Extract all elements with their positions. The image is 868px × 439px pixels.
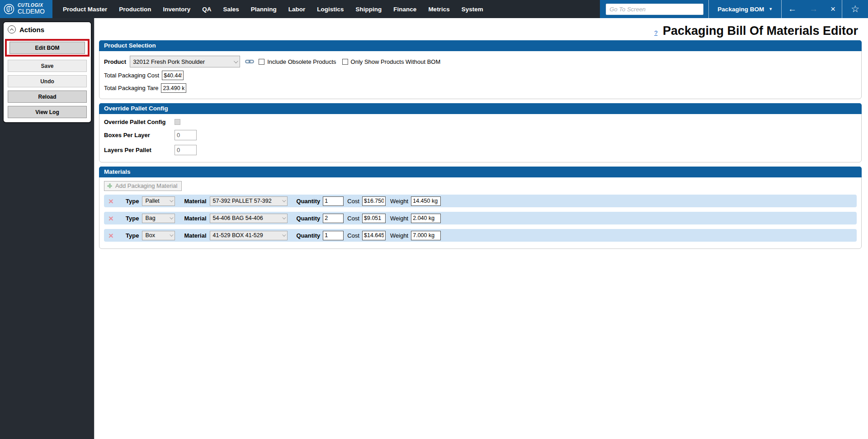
collapse-chevron-up-icon[interactable] [8, 25, 16, 33]
override-pallet-config-checkbox [175, 119, 180, 125]
cost-input[interactable] [362, 214, 386, 223]
screen-selector-dropdown[interactable]: Packaging BOM ▼ [709, 6, 781, 13]
product-selection-header: Product Selection [99, 40, 862, 51]
chevron-down-icon [282, 198, 286, 202]
view-log-button[interactable]: View Log [8, 106, 87, 118]
app-logo: CUTLOGIX CLDEMO [0, 0, 52, 18]
total-packaging-cost-input[interactable] [162, 71, 184, 80]
favorite-star-icon[interactable]: ☆ [842, 0, 868, 18]
boxes-per-layer-input [175, 130, 197, 140]
quantity-input[interactable] [323, 214, 344, 223]
menu-item-inventory[interactable]: Inventory [157, 6, 197, 13]
save-button: Save [8, 60, 87, 72]
environment-name: CLDEMO [18, 8, 45, 15]
cost-input[interactable] [362, 196, 386, 206]
forward-arrow-icon: → [803, 0, 824, 18]
material-row: × Type Box Material 41-529 BOX 41-529 Qu… [104, 229, 857, 242]
only-without-bom-label: Only Show Products Without BOM [351, 58, 441, 65]
menu-item-product-master[interactable]: Product Master [57, 6, 113, 13]
actions-panel: Actions Edit BOM Save Undo Reload View L… [3, 21, 92, 123]
material-row: × Type Pallet Material 57-392 PALLET 57-… [104, 195, 857, 207]
weight-input[interactable] [411, 196, 441, 206]
override-pallet-config-header: Override Pallet Config [99, 103, 862, 114]
type-select[interactable]: Bag [142, 214, 175, 223]
type-select[interactable]: Box [142, 231, 175, 240]
link-icon[interactable] [245, 59, 254, 64]
weight-label: Weight [390, 198, 408, 205]
goto-screen-input[interactable] [606, 4, 703, 15]
menu-item-shipping[interactable]: Shipping [350, 6, 388, 13]
plus-icon [107, 183, 112, 188]
edit-bom-highlight: Edit BOM [5, 39, 90, 57]
weight-input[interactable] [411, 214, 441, 223]
material-select[interactable]: 41-529 BOX 41-529 [210, 231, 288, 240]
layers-per-pallet-label: Layers Per Pallet [104, 147, 175, 153]
materials-header: Materials [99, 167, 862, 177]
actions-title: Actions [19, 26, 44, 33]
type-select-value: Pallet [145, 198, 159, 204]
product-selection-section: Product Selection Product 32012 Fresh Po… [99, 40, 862, 99]
weight-label: Weight [390, 215, 408, 222]
type-select[interactable]: Pallet [142, 196, 175, 206]
menu-item-finance[interactable]: Finance [387, 6, 422, 13]
reload-button[interactable]: Reload [8, 91, 87, 103]
material-select[interactable]: 54-406 BAG 54-406 [210, 214, 288, 223]
menu-item-production[interactable]: Production [113, 6, 157, 13]
chevron-down-icon [170, 198, 174, 202]
brain-logo-icon [3, 3, 15, 15]
delete-material-icon: × [108, 231, 116, 240]
page-title: Packaging Bill Of Materials Editor [663, 24, 858, 38]
menu-item-planning[interactable]: Planning [245, 6, 283, 13]
quantity-label: Quantity [297, 232, 321, 239]
cost-input[interactable] [362, 231, 386, 240]
cost-label: Cost [347, 232, 359, 239]
cost-label: Cost [347, 215, 359, 222]
screen-selector-value: Packaging BOM [717, 6, 764, 13]
undo-button: Undo [8, 75, 87, 87]
chevron-down-icon [170, 233, 174, 236]
product-label: Product [104, 58, 126, 65]
include-obsolete-checkbox[interactable] [259, 59, 264, 65]
override-pallet-config-label: Override Pallet Config [104, 119, 175, 125]
override-pallet-config-section: Override Pallet Config Override Pallet C… [99, 103, 862, 162]
total-packaging-tare-label: Total Packaging Tare [104, 85, 158, 91]
layers-per-pallet-input [175, 145, 197, 155]
back-arrow-icon[interactable]: ← [782, 0, 803, 18]
only-without-bom-checkbox[interactable] [342, 59, 348, 65]
sidebar: Actions Edit BOM Save Undo Reload View L… [0, 18, 94, 439]
menu-item-labor[interactable]: Labor [283, 6, 311, 13]
material-label: Material [184, 215, 206, 222]
add-packaging-material-button: Add Packaging Material [104, 181, 182, 191]
quantity-input[interactable] [323, 231, 344, 240]
chevron-down-icon [234, 59, 238, 63]
material-label: Material [184, 232, 206, 239]
delete-material-icon: × [108, 197, 116, 205]
weight-input[interactable] [411, 231, 441, 240]
chevron-down-icon: ▼ [769, 7, 773, 11]
type-label: Type [126, 232, 139, 239]
chevron-down-icon [282, 233, 286, 236]
menu-item-qa[interactable]: QA [196, 6, 217, 13]
material-label: Material [184, 198, 206, 205]
main-content: ? Packaging Bill Of Materials Editor Pro… [94, 18, 868, 439]
include-obsolete-label: Include Obsolete Products [267, 58, 336, 65]
help-link[interactable]: ? [654, 29, 657, 36]
main-menu: Product Master Production Inventory QA S… [57, 0, 489, 18]
menu-item-metrics[interactable]: Metrics [422, 6, 455, 13]
quantity-input[interactable] [323, 196, 344, 206]
close-icon[interactable]: × [824, 0, 842, 18]
menu-item-system[interactable]: System [456, 6, 489, 13]
chevron-down-icon [170, 215, 174, 219]
edit-bom-button[interactable]: Edit BOM [9, 42, 85, 54]
chevron-down-icon [282, 215, 286, 219]
menu-item-logistics[interactable]: Logistics [311, 6, 349, 13]
weight-label: Weight [390, 232, 408, 239]
material-select[interactable]: 57-392 PALLET 57-392 [210, 196, 288, 206]
product-select[interactable]: 32012 Fresh Pork Shoulder [130, 56, 240, 67]
material-select-value: 41-529 BOX 41-529 [213, 232, 263, 239]
add-packaging-material-label: Add Packaging Material [115, 182, 177, 189]
title-row: ? Packaging Bill Of Materials Editor [99, 18, 863, 40]
total-packaging-cost-label: Total Packaging Cost [104, 72, 159, 79]
total-packaging-tare-input[interactable] [161, 83, 186, 93]
menu-item-sales[interactable]: Sales [217, 6, 245, 13]
